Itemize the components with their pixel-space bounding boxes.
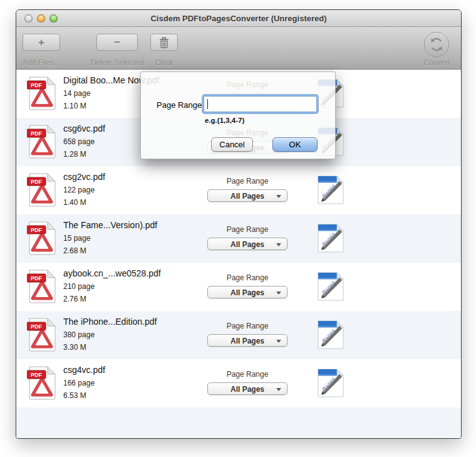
- file-page-count: 122 page: [63, 186, 105, 194]
- convert-button[interactable]: [424, 32, 449, 57]
- toolbar: + Add Files... − Delete Selected Cl: [16, 27, 461, 70]
- dropdown-value: All Pages: [208, 337, 287, 345]
- svg-text:PDF: PDF: [31, 130, 43, 137]
- dropdown-value: All Pages: [208, 192, 287, 201]
- page-range-label: Page Range: [207, 177, 287, 186]
- title-bar[interactable]: Cisdem PDFtoPagesConverter (Unregistered…: [16, 10, 461, 27]
- pdf-icon-slot: PDF: [27, 366, 57, 402]
- file-name: The iPhone...Edition.pdf: [63, 317, 157, 327]
- pages-icon-slot: Pages: [317, 272, 344, 304]
- page-range-label: Page Range: [207, 225, 287, 234]
- pages-app-icon: Pages: [317, 224, 344, 253]
- window-title: Cisdem PDFtoPagesConverter (Unregistered…: [16, 14, 461, 23]
- pages-icon-slot: Pages: [317, 176, 344, 207]
- convert-label: Convert: [413, 58, 460, 67]
- file-info: csg6vc.pdf 658 page 1.28 M: [63, 123, 105, 159]
- file-name: csg4vc.pdf: [63, 365, 105, 375]
- pdf-file-icon: PDF: [27, 270, 57, 303]
- svg-text:PDF: PDF: [31, 275, 43, 281]
- dropdown-value: All Pages: [208, 288, 287, 297]
- add-files-item: + Add Files...: [16, 27, 66, 70]
- pages-icon-slot: Pages: [317, 224, 344, 256]
- file-name: csg2vc.pdf: [63, 172, 105, 182]
- page-range-dropdown[interactable]: All Pages: [207, 189, 287, 202]
- pdf-icon-slot: PDF: [27, 318, 57, 354]
- file-size: 1.40 M: [63, 198, 105, 207]
- file-page-count: 15 page: [63, 234, 157, 243]
- file-row[interactable]: PDF csg4vc.pdf 166 page 6.53 M Page Rang…: [16, 359, 461, 407]
- file-row[interactable]: PDF The iPhone...Edition.pdf 380 page 3.…: [16, 311, 461, 359]
- file-info: aybook.cn_...we0528.pdf 210 page 2.76 M: [63, 268, 161, 303]
- page-range-column: Page Range All Pages: [207, 263, 287, 311]
- pdf-icon-slot: PDF: [27, 76, 57, 113]
- pages-icon-slot: Pages: [317, 320, 344, 352]
- file-page-count: 380 page: [63, 330, 157, 339]
- svg-text:PDF: PDF: [31, 82, 43, 88]
- clear-item: Clear: [139, 27, 189, 70]
- pdf-icon-slot: PDF: [27, 125, 57, 161]
- pages-app-icon: Pages: [317, 176, 344, 205]
- plus-icon: +: [38, 36, 44, 49]
- chevron-down-icon: [276, 388, 281, 391]
- file-page-count: 210 page: [63, 282, 161, 291]
- svg-text:PDF: PDF: [31, 227, 43, 233]
- page-range-dropdown[interactable]: All Pages: [207, 238, 287, 250]
- file-name: The Fame...Version).pdf: [63, 220, 157, 230]
- file-size: 3.30 M: [63, 343, 157, 352]
- pdf-icon-slot: PDF: [27, 270, 57, 306]
- cancel-button[interactable]: Cancel: [211, 137, 253, 152]
- dialog-hint: e.g.(1,3,4-7): [205, 117, 244, 124]
- dropdown-value: All Pages: [208, 385, 287, 394]
- file-info: csg4vc.pdf 166 page 6.53 M: [63, 365, 105, 400]
- chevron-down-icon: [276, 243, 281, 246]
- page-range-label: Page Range: [207, 322, 287, 330]
- file-row[interactable]: PDF csg2vc.pdf 122 page 1.40 M Page Rang…: [16, 166, 461, 214]
- trash-icon: [159, 37, 169, 48]
- page-range-column: Page Range All Pages: [207, 311, 287, 359]
- page-range-label: Page Range: [207, 273, 287, 282]
- pdf-file-icon: PDF: [27, 125, 57, 159]
- pdf-file-icon: PDF: [27, 366, 57, 400]
- pdf-file-icon: PDF: [27, 318, 57, 352]
- pages-app-icon: Pages: [317, 272, 344, 302]
- page-range-column: Page Range All Pages: [207, 359, 287, 407]
- add-files-button[interactable]: +: [23, 34, 60, 51]
- file-size: 6.53 M: [63, 391, 105, 400]
- page-range-input[interactable]: [204, 96, 317, 112]
- dropdown-value: All Pages: [208, 240, 287, 249]
- delete-selected-button[interactable]: −: [96, 34, 138, 51]
- minus-icon: −: [114, 36, 120, 49]
- page-range-dropdown[interactable]: All Pages: [207, 286, 287, 298]
- pdf-file-icon: PDF: [27, 221, 57, 255]
- page-range-dropdown[interactable]: All Pages: [207, 334, 287, 347]
- file-row[interactable]: PDF aybook.cn_...we0528.pdf 210 page 2.7…: [16, 263, 461, 311]
- pages-icon-slot: Pages: [317, 369, 344, 401]
- file-page-count: 658 page: [63, 137, 105, 146]
- chevron-down-icon: [276, 292, 281, 295]
- pages-app-icon: Pages: [317, 320, 344, 350]
- file-size: 1.28 M: [63, 150, 105, 159]
- file-row[interactable]: PDF The Fame...Version).pdf 15 page 2.68…: [16, 214, 461, 263]
- chevron-down-icon: [276, 195, 281, 198]
- page-range-column: Page Range All Pages: [207, 166, 287, 214]
- app-window: Cisdem PDFtoPagesConverter (Unregistered…: [16, 9, 462, 439]
- text-caret: [207, 99, 208, 109]
- pdf-icon-slot: PDF: [27, 221, 57, 258]
- pdf-file-icon: PDF: [27, 173, 57, 207]
- page-range-label: Page Range: [207, 370, 287, 379]
- ok-button[interactable]: OK: [272, 137, 318, 152]
- svg-text:PDF: PDF: [31, 179, 43, 185]
- pages-app-icon: Pages: [317, 369, 344, 398]
- page-range-dropdown[interactable]: All Pages: [207, 382, 287, 395]
- dialog-page-range-label: Page Range: [157, 100, 202, 110]
- pdf-file-icon: PDF: [27, 76, 57, 110]
- file-name: aybook.cn_...we0528.pdf: [63, 268, 161, 278]
- clear-button[interactable]: [150, 34, 178, 51]
- file-info: csg2vc.pdf 122 page 1.40 M: [63, 172, 105, 207]
- file-info: The Fame...Version).pdf 15 page 2.68 M: [63, 220, 157, 255]
- file-size: 2.76 M: [63, 295, 161, 303]
- file-info: The iPhone...Edition.pdf 380 page 3.30 M: [63, 317, 157, 352]
- file-name: csg6vc.pdf: [63, 123, 105, 134]
- svg-text:PDF: PDF: [31, 323, 43, 330]
- convert-arrows-icon: [429, 37, 444, 52]
